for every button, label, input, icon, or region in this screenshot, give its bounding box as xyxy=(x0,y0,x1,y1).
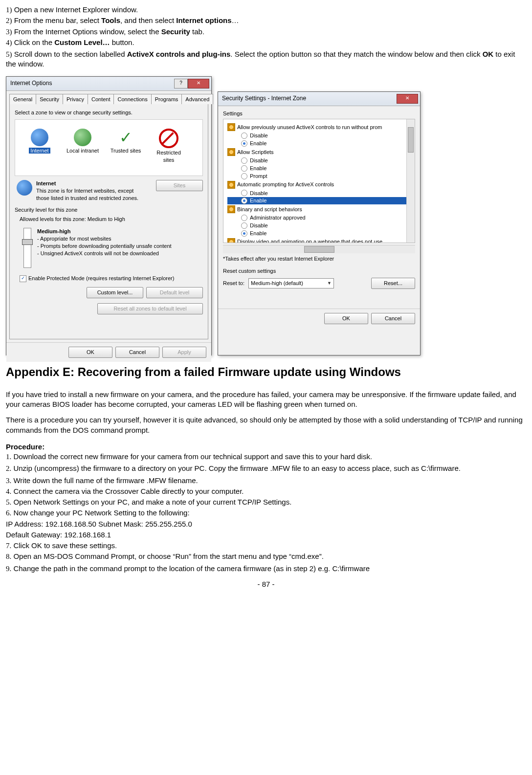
tab-privacy[interactable]: Privacy xyxy=(63,94,88,105)
zone-label: Internet xyxy=(29,148,50,154)
cancel-button[interactable]: Cancel xyxy=(115,347,159,358)
procedure-heading: Procedure: xyxy=(6,442,526,452)
step-text: Write down the full name of the firmware… xyxy=(13,476,198,485)
tree-label: Automatic prompting for ActiveX controls xyxy=(237,181,334,188)
step-2: 2) From the menu bar, select Tools, and … xyxy=(6,16,526,25)
step-text: tab. xyxy=(190,27,204,36)
proc-step-6b: Default Gateway: 192.168.168.1 xyxy=(6,530,526,540)
security-level-label: Security level for this zone xyxy=(15,206,203,214)
radio-prompt[interactable] xyxy=(241,173,247,179)
slider-thumb[interactable] xyxy=(22,239,33,245)
radio-label: Prompt xyxy=(250,173,267,180)
step-text: Click OK to save these settings. xyxy=(13,541,117,550)
close-button[interactable]: ✕ xyxy=(188,79,209,89)
tree-label: Allow previously unused ActiveX controls… xyxy=(237,124,382,131)
step-text: Change the path in the command prompt to… xyxy=(13,564,370,573)
help-button[interactable]: ? xyxy=(174,79,188,89)
proc-step-9: 9. Change the path in the command prompt… xyxy=(6,564,526,574)
screenshot-row: Internet Options ? ✕ General Security Pr… xyxy=(6,76,526,355)
close-button[interactable]: ✕ xyxy=(397,94,418,104)
zone-name: Internet xyxy=(36,180,144,187)
radio-enable[interactable] xyxy=(241,165,247,172)
globe-icon xyxy=(31,129,48,146)
apply-button[interactable]: Apply xyxy=(162,347,206,358)
tab-advanced[interactable]: Advanced xyxy=(181,94,213,105)
protected-mode-checkbox[interactable]: ✓ xyxy=(20,275,26,282)
reset-button[interactable]: Reset... xyxy=(371,278,415,289)
step-num: 4. xyxy=(6,487,11,495)
step-4: 4) Click on the Custom Level… button. xyxy=(6,38,526,47)
tab-content[interactable]: Content xyxy=(88,94,114,105)
combo-value: Medium-high (default) xyxy=(251,280,303,287)
ok-button[interactable]: OK xyxy=(324,313,368,324)
sites-button[interactable]: Sites xyxy=(156,180,203,191)
tab-programs[interactable]: Programs xyxy=(151,94,182,105)
step-num: 3. xyxy=(6,477,11,485)
internet-options-dialog: Internet Options ? ✕ General Security Pr… xyxy=(6,76,212,355)
zone-trusted-sites[interactable]: ✓Trusted sites xyxy=(109,129,142,164)
level-name: Medium-high xyxy=(37,228,172,235)
default-level-button[interactable]: Default level xyxy=(146,287,203,298)
ok-button[interactable]: OK xyxy=(68,347,112,358)
cancel-button[interactable]: Cancel xyxy=(371,313,415,324)
radio-disable[interactable] xyxy=(241,157,247,164)
radio-admin[interactable] xyxy=(241,215,247,221)
tree-label: Display video and animation on a webpage… xyxy=(237,238,382,243)
radio-label: Enable xyxy=(250,165,266,172)
step-num: 2) xyxy=(6,17,12,24)
titlebar: Security Settings - Internet Zone ✕ xyxy=(218,92,420,106)
radio-disable[interactable] xyxy=(241,190,247,196)
scroll-thumb[interactable] xyxy=(304,246,334,253)
radio-enable[interactable] xyxy=(241,198,247,204)
step-num: 2. xyxy=(6,465,11,472)
vertical-scrollbar[interactable] xyxy=(406,119,415,243)
step-num: 5. xyxy=(6,498,11,506)
step-text: Scroll down to the section labelled xyxy=(14,50,127,58)
bullet: - Appropriate for most websites xyxy=(37,235,172,243)
security-slider[interactable] xyxy=(23,228,31,268)
settings-tree[interactable]: Allow previously unused ActiveX controls… xyxy=(223,119,415,243)
reset-to-label: Reset to: xyxy=(223,280,244,287)
radio-enable[interactable] xyxy=(241,230,247,237)
titlebar: Internet Options ? ✕ xyxy=(6,77,211,91)
radio-disable[interactable] xyxy=(241,222,247,229)
radio-label: Disable xyxy=(250,132,268,139)
proc-step-4: 4. Connect the camera via the Crossover … xyxy=(6,487,526,496)
zone-restricted-sites[interactable]: Restricted sites xyxy=(152,129,185,164)
proc-step-6: 6. Now change your PC Network Setting to… xyxy=(6,508,526,518)
radio-enable[interactable] xyxy=(241,140,247,147)
zone-description: This zone is for Internet websites, exce… xyxy=(36,187,144,202)
para-1: If you have tried to install a new firmw… xyxy=(6,390,526,410)
proc-step-8: 8. Open an MS-DOS Command Prompt, or cho… xyxy=(6,552,526,561)
proc-step-2: 2. Unzip (uncompress) the firmware to a … xyxy=(6,464,526,473)
reset-zones-button[interactable]: Reset all zones to default level xyxy=(97,303,203,314)
bold: Custom Level… xyxy=(54,38,110,46)
custom-level-button[interactable]: Custom level... xyxy=(87,287,143,298)
proc-step-3: 3. Write down the full name of the firmw… xyxy=(6,476,526,486)
bold: OK xyxy=(483,50,494,58)
tab-security[interactable]: Security xyxy=(36,94,63,105)
bullet: - Unsigned ActiveX controls will not be … xyxy=(37,250,172,257)
settings-label: Settings xyxy=(223,110,415,117)
step-num: 1) xyxy=(6,6,12,14)
radio-label: Enable xyxy=(250,197,266,204)
horizontal-scrollbar[interactable] xyxy=(223,245,415,253)
scroll-thumb[interactable] xyxy=(408,127,414,153)
tab-general[interactable]: General xyxy=(9,94,36,105)
zone-internet[interactable]: Internet xyxy=(23,129,56,164)
chevron-down-icon: ▼ xyxy=(327,280,332,286)
reset-level-combo[interactable]: Medium-high (default)▼ xyxy=(248,278,334,288)
tab-connections[interactable]: Connections xyxy=(113,94,151,105)
radio-label: Disable xyxy=(250,157,268,164)
intranet-icon xyxy=(74,129,91,146)
bold: Internet options xyxy=(176,16,231,24)
radio-disable[interactable] xyxy=(241,133,247,139)
zone-local-intranet[interactable]: Local intranet xyxy=(66,129,99,164)
step-num: 8. xyxy=(6,553,11,560)
gear-icon xyxy=(227,148,235,156)
zone-heading: Select a zone to view or change security… xyxy=(15,109,203,116)
allowed-levels: Allowed levels for this zone: Medium to … xyxy=(20,216,203,223)
step-num: 7. xyxy=(6,542,11,550)
step-num: 9. xyxy=(6,565,11,573)
step-text: Open an MS-DOS Command Prompt, or choose… xyxy=(13,552,323,560)
